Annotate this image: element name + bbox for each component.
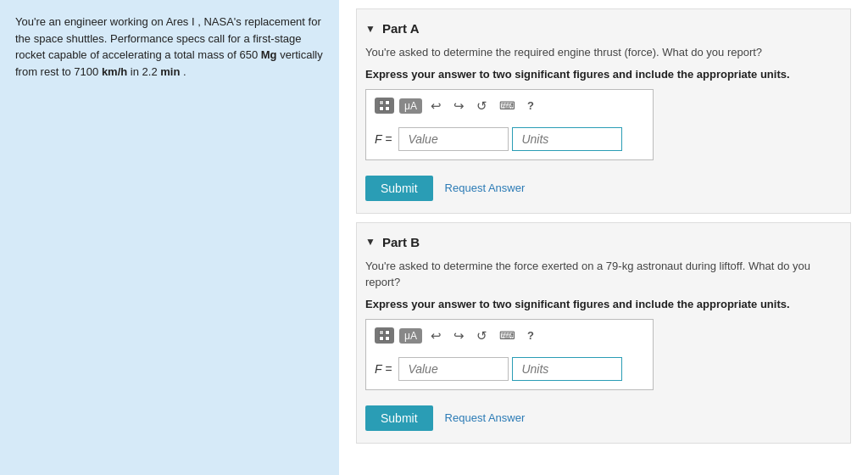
part-b-mu-button[interactable]: μA — [399, 328, 422, 344]
part-a-description: You're asked to determine the required e… — [365, 44, 837, 61]
part-b-actions: Submit Request Answer — [365, 405, 837, 431]
part-a-collapse-arrow[interactable]: ▼ — [365, 23, 376, 35]
part-b-toolbar: μA ↩ ↪ ↺ ⌨ ? — [375, 327, 644, 350]
mass-unit: Mg — [261, 48, 277, 61]
part-a-value-input[interactable] — [398, 127, 509, 151]
part-a-submit-button[interactable]: Submit — [365, 176, 433, 201]
part-b-refresh-button[interactable]: ↺ — [473, 327, 491, 345]
part-a-input-row: F = — [375, 127, 644, 151]
time-unit: min — [160, 65, 180, 78]
part-a-f-label: F = — [375, 132, 392, 146]
sidebar: You're an engineer working on Ares I , N… — [0, 0, 339, 475]
sidebar-text: You're an engineer working on Ares I , N… — [15, 14, 324, 80]
part-a-redo-button[interactable]: ↪ — [450, 97, 468, 115]
part-a-grid-button[interactable] — [375, 98, 394, 114]
part-a-keyboard-button[interactable]: ⌨ — [496, 98, 519, 114]
part-a-header: ▼ Part A — [365, 21, 837, 36]
part-b-header: ▼ Part B — [365, 235, 837, 249]
part-b-undo-button[interactable]: ↩ — [427, 327, 445, 345]
part-a-section: ▼ Part A You're asked to determine the r… — [356, 8, 851, 214]
part-a-mu-button[interactable]: μA — [399, 98, 422, 114]
part-a-instruction: Express your answer to two significant f… — [365, 68, 837, 81]
part-b-input-row: F = — [375, 357, 644, 381]
part-a-request-link[interactable]: Request Answer — [445, 182, 526, 194]
part-b-collapse-arrow[interactable]: ▼ — [365, 236, 376, 248]
part-a-toolbar: μA ↩ ↪ ↺ ⌨ ? — [375, 97, 644, 120]
part-b-instruction: Express your answer to two significant f… — [365, 298, 837, 310]
part-b-help-button[interactable]: ? — [524, 327, 537, 344]
main-content: ▼ Part A You're asked to determine the r… — [339, 0, 868, 475]
part-b-title: Part B — [382, 235, 420, 249]
part-b-units-input[interactable] — [512, 357, 622, 381]
part-a-actions: Submit Request Answer — [365, 176, 837, 201]
part-a-help-button[interactable]: ? — [524, 98, 537, 114]
part-b-value-input[interactable] — [398, 357, 509, 381]
part-a-undo-button[interactable]: ↩ — [427, 97, 445, 115]
part-b-description: You're asked to determine the force exer… — [365, 258, 837, 291]
part-a-answer-box: μA ↩ ↪ ↺ ⌨ ? F = — [365, 89, 654, 160]
part-b-grid-button[interactable] — [375, 327, 394, 344]
part-b-keyboard-button[interactable]: ⌨ — [496, 327, 519, 344]
part-b-answer-box: μA ↩ ↪ ↺ ⌨ ? F = — [365, 319, 654, 390]
part-b-redo-button[interactable]: ↪ — [450, 327, 468, 345]
part-b-submit-button[interactable]: Submit — [365, 405, 433, 431]
part-a-units-input[interactable] — [512, 127, 622, 151]
speed-value: km/h — [102, 65, 127, 78]
part-b-request-link[interactable]: Request Answer — [445, 411, 526, 424]
part-a-refresh-button[interactable]: ↺ — [473, 97, 491, 115]
part-b-f-label: F = — [375, 362, 392, 376]
part-a-title: Part A — [382, 21, 420, 36]
part-b-section: ▼ Part B You're asked to determine the f… — [356, 222, 851, 444]
